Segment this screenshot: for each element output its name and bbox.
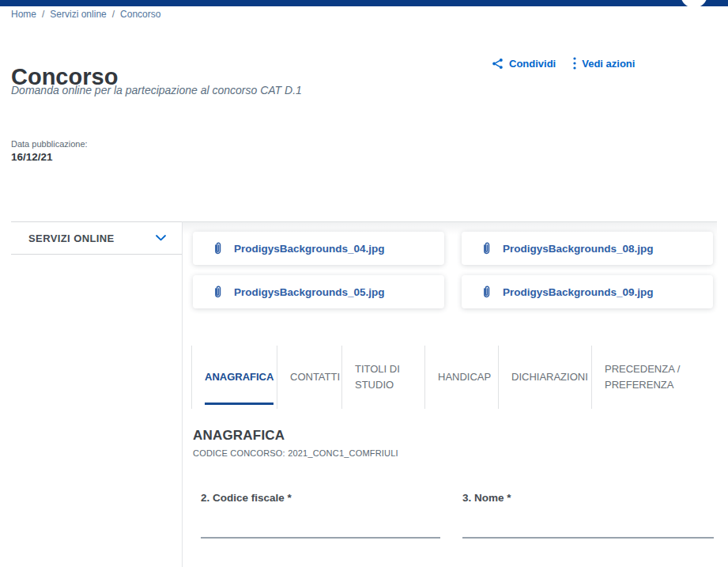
breadcrumb-home[interactable]: Home [11,9,36,20]
tab-label: HANDICAP [438,369,491,385]
breadcrumb: Home / Servizi online / Concorso [11,9,160,20]
sidebar-divider [182,221,183,567]
tab-handicap[interactable]: HANDICAP [424,346,498,409]
page-subtitle: Domanda online per la partecipazione al … [11,84,302,96]
breadcrumb-current: Concorso [120,9,160,20]
tab-anagrafica[interactable]: ANAGRAFICA [191,346,277,409]
form-tabs: ANAGRAFICA CONTATTI TITOLI DI STUDIO HAN… [191,346,717,409]
field-label: 2. Codice fiscale * [201,492,440,504]
breadcrumb-separator: / [42,9,44,20]
share-button[interactable]: Condividi [492,58,556,70]
tab-contatti[interactable]: CONTATTI [277,346,341,409]
attachment-file-name: ProdigysBackgrounds_09.jpg [503,286,654,298]
actions-menu-button[interactable]: Vedi azioni [573,57,635,70]
page: Home / Servizi online / Concorso Concors… [0,0,728,567]
actions-menu-label: Vedi azioni [582,58,635,70]
breadcrumb-servizi-online[interactable]: Servizi online [50,9,106,20]
header-actions: Condividi Vedi azioni [492,57,635,70]
breadcrumb-separator: / [112,9,115,20]
attachment-file-name: ProdigysBackgrounds_05.jpg [234,286,385,298]
paperclip-icon [481,285,492,300]
field-label: 3. Nome * [462,492,714,504]
tab-label: TITOLI DI STUDIO [355,361,400,393]
tab-label: CONTATTI [290,369,340,385]
field-codice-fiscale: 2. Codice fiscale * [201,492,440,539]
tab-label: ANAGRAFICA [205,369,273,385]
attachment-card[interactable]: ProdigysBackgrounds_04.jpg [193,232,444,265]
nome-input[interactable] [462,505,714,539]
sidebar-item-label: SERVIZI ONLINE [28,232,115,244]
paperclip-icon [481,241,492,256]
tab-label: DICHIARAZIONI [511,369,588,385]
attachments-grid: ProdigysBackgrounds_04.jpg ProdigysBackg… [193,232,717,308]
codice-fiscale-input[interactable] [201,505,440,539]
section-heading: ANAGRAFICA [193,428,285,444]
top-navigation-bar [0,0,728,6]
tab-precedenza-preferenza[interactable]: PRECEDENZA / PREFERENZA [591,346,717,409]
attachment-file-name: ProdigysBackgrounds_08.jpg [503,243,654,255]
section-code-line: CODICE CONCORSO: 2021_CONC1_COMFRIULI [193,448,398,458]
chevron-down-icon [156,235,166,241]
field-nome: 3. Nome * [462,492,714,539]
attachment-card[interactable]: ProdigysBackgrounds_09.jpg [462,275,713,308]
tab-label: PRECEDENZA / PREFERENZA [605,361,680,393]
avatar[interactable] [681,0,707,8]
tab-titoli-di-studio[interactable]: TITOLI DI STUDIO [341,346,424,409]
paperclip-icon [212,241,224,256]
share-icon [492,58,504,70]
attachment-file-name: ProdigysBackgrounds_04.jpg [234,243,385,255]
attachment-card[interactable]: ProdigysBackgrounds_05.jpg [193,275,444,308]
tab-dichiarazioni[interactable]: DICHIARAZIONI [498,346,591,409]
attachment-card[interactable]: ProdigysBackgrounds_08.jpg [462,232,713,265]
sidebar-item-servizi-online[interactable]: SERVIZI ONLINE [11,221,182,255]
publication-date-value: 16/12/21 [11,151,53,163]
share-button-label: Condividi [509,58,556,70]
kebab-menu-icon [573,57,576,70]
publication-date-label: Data pubblicazione: [11,139,88,149]
paperclip-icon [212,285,224,300]
